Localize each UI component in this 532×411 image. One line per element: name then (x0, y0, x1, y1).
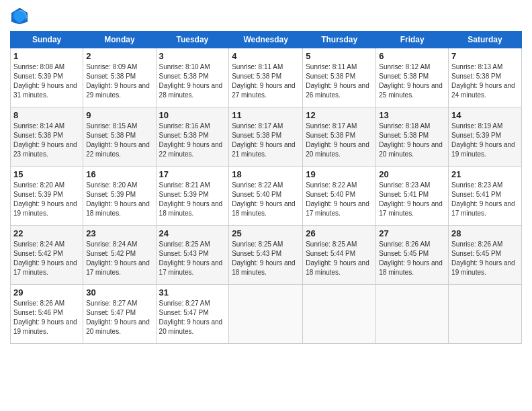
day-info: Sunrise: 8:14 AMSunset: 5:38 PMDaylight:… (13, 122, 77, 158)
day-info: Sunrise: 8:26 AMSunset: 5:45 PMDaylight:… (451, 240, 515, 276)
calendar-cell (303, 285, 376, 344)
day-info: Sunrise: 8:17 AMSunset: 5:38 PMDaylight:… (306, 122, 369, 158)
logo (10, 7, 32, 26)
day-header-sunday: Sunday (11, 32, 83, 48)
day-number: 9 (86, 110, 152, 120)
calendar-row: 8 Sunrise: 8:14 AMSunset: 5:38 PMDayligh… (11, 107, 522, 167)
calendar-cell: 25 Sunrise: 8:25 AMSunset: 5:43 PMDaylig… (229, 226, 303, 285)
calendar-cell (229, 285, 303, 344)
day-number: 21 (451, 169, 519, 179)
day-header-thursday: Thursday (303, 32, 376, 48)
day-info: Sunrise: 8:13 AMSunset: 5:38 PMDaylight:… (451, 63, 515, 99)
calendar-body: 1 Sunrise: 8:08 AMSunset: 5:39 PMDayligh… (11, 48, 522, 344)
calendar-cell: 7 Sunrise: 8:13 AMSunset: 5:38 PMDayligh… (449, 48, 522, 107)
day-info: Sunrise: 8:27 AMSunset: 5:47 PMDaylight:… (159, 300, 223, 335)
day-info: Sunrise: 8:20 AMSunset: 5:39 PMDaylight:… (13, 181, 77, 217)
calendar-cell: 26 Sunrise: 8:25 AMSunset: 5:44 PMDaylig… (303, 226, 376, 285)
day-info: Sunrise: 8:09 AMSunset: 5:38 PMDaylight:… (86, 63, 150, 99)
day-info: Sunrise: 8:20 AMSunset: 5:39 PMDaylight:… (86, 181, 150, 217)
day-info: Sunrise: 8:08 AMSunset: 5:39 PMDaylight:… (13, 63, 77, 99)
day-number: 10 (159, 110, 226, 120)
calendar-row: 29 Sunrise: 8:26 AMSunset: 5:46 PMDaylig… (11, 285, 522, 344)
day-number: 1 (13, 51, 80, 61)
day-header-saturday: Saturday (449, 32, 522, 48)
day-number: 15 (13, 169, 80, 179)
calendar-cell (449, 285, 522, 344)
day-number: 29 (13, 287, 80, 298)
day-info: Sunrise: 8:11 AMSunset: 5:38 PMDaylight:… (232, 63, 296, 99)
day-number: 28 (451, 228, 519, 238)
calendar-cell: 18 Sunrise: 8:22 AMSunset: 5:40 PMDaylig… (229, 167, 303, 226)
day-number: 11 (232, 110, 300, 120)
day-header-friday: Friday (376, 32, 449, 48)
page-container: SundayMondayTuesdayWednesdayThursdayFrid… (0, 0, 532, 351)
logo-icon (10, 7, 29, 26)
day-info: Sunrise: 8:19 AMSunset: 5:39 PMDaylight:… (451, 122, 515, 158)
day-info: Sunrise: 8:15 AMSunset: 5:38 PMDaylight:… (86, 122, 150, 158)
day-number: 7 (451, 51, 519, 61)
day-number: 31 (159, 287, 226, 298)
day-header-monday: Monday (83, 32, 156, 48)
day-number: 20 (379, 169, 445, 179)
calendar-cell: 12 Sunrise: 8:17 AMSunset: 5:38 PMDaylig… (303, 107, 376, 167)
calendar-cell: 27 Sunrise: 8:26 AMSunset: 5:45 PMDaylig… (376, 226, 449, 285)
day-number: 27 (379, 228, 445, 238)
calendar-cell: 2 Sunrise: 8:09 AMSunset: 5:38 PMDayligh… (83, 48, 156, 107)
day-info: Sunrise: 8:17 AMSunset: 5:38 PMDaylight:… (232, 122, 296, 158)
calendar-cell: 20 Sunrise: 8:23 AMSunset: 5:41 PMDaylig… (376, 167, 449, 226)
calendar-table: SundayMondayTuesdayWednesdayThursdayFrid… (10, 31, 522, 344)
day-info: Sunrise: 8:26 AMSunset: 5:46 PMDaylight:… (13, 300, 77, 335)
day-header-tuesday: Tuesday (156, 32, 229, 48)
day-info: Sunrise: 8:16 AMSunset: 5:38 PMDaylight:… (159, 122, 223, 158)
calendar-cell: 3 Sunrise: 8:10 AMSunset: 5:38 PMDayligh… (156, 48, 229, 107)
day-info: Sunrise: 8:27 AMSunset: 5:47 PMDaylight:… (86, 300, 150, 335)
calendar-cell: 4 Sunrise: 8:11 AMSunset: 5:38 PMDayligh… (229, 48, 303, 107)
day-info: Sunrise: 8:11 AMSunset: 5:38 PMDaylight:… (306, 63, 369, 99)
day-info: Sunrise: 8:22 AMSunset: 5:40 PMDaylight:… (232, 181, 296, 217)
calendar-cell: 5 Sunrise: 8:11 AMSunset: 5:38 PMDayligh… (303, 48, 376, 107)
day-info: Sunrise: 8:22 AMSunset: 5:40 PMDaylight:… (306, 181, 369, 217)
calendar-row: 1 Sunrise: 8:08 AMSunset: 5:39 PMDayligh… (11, 48, 522, 107)
calendar-cell: 16 Sunrise: 8:20 AMSunset: 5:39 PMDaylig… (83, 167, 156, 226)
day-number: 30 (86, 287, 152, 298)
day-info: Sunrise: 8:23 AMSunset: 5:41 PMDaylight:… (451, 181, 515, 217)
day-number: 12 (306, 110, 373, 120)
day-header-wednesday: Wednesday (229, 32, 303, 48)
day-number: 19 (306, 169, 373, 179)
day-number: 13 (379, 110, 445, 120)
calendar-cell: 9 Sunrise: 8:15 AMSunset: 5:38 PMDayligh… (83, 107, 156, 167)
day-number: 18 (232, 169, 300, 179)
calendar-header-row: SundayMondayTuesdayWednesdayThursdayFrid… (11, 32, 522, 48)
day-number: 6 (379, 51, 445, 61)
day-number: 4 (232, 51, 300, 61)
day-number: 5 (306, 51, 373, 61)
day-info: Sunrise: 8:25 AMSunset: 5:43 PMDaylight:… (159, 240, 223, 276)
calendar-cell: 19 Sunrise: 8:22 AMSunset: 5:40 PMDaylig… (303, 167, 376, 226)
calendar-cell: 22 Sunrise: 8:24 AMSunset: 5:42 PMDaylig… (11, 226, 83, 285)
calendar-row: 15 Sunrise: 8:20 AMSunset: 5:39 PMDaylig… (11, 167, 522, 226)
calendar-cell: 10 Sunrise: 8:16 AMSunset: 5:38 PMDaylig… (156, 107, 229, 167)
day-number: 26 (306, 228, 373, 238)
calendar-cell: 14 Sunrise: 8:19 AMSunset: 5:39 PMDaylig… (449, 107, 522, 167)
header (10, 7, 522, 26)
calendar-row: 22 Sunrise: 8:24 AMSunset: 5:42 PMDaylig… (11, 226, 522, 285)
calendar-cell: 13 Sunrise: 8:18 AMSunset: 5:38 PMDaylig… (376, 107, 449, 167)
day-number: 3 (159, 51, 226, 61)
calendar-cell: 1 Sunrise: 8:08 AMSunset: 5:39 PMDayligh… (11, 48, 83, 107)
day-number: 17 (159, 169, 226, 179)
calendar-cell: 24 Sunrise: 8:25 AMSunset: 5:43 PMDaylig… (156, 226, 229, 285)
calendar-cell: 31 Sunrise: 8:27 AMSunset: 5:47 PMDaylig… (156, 285, 229, 344)
day-number: 16 (86, 169, 152, 179)
calendar-cell: 6 Sunrise: 8:12 AMSunset: 5:38 PMDayligh… (376, 48, 449, 107)
day-number: 8 (13, 110, 80, 120)
day-number: 25 (232, 228, 300, 238)
day-number: 24 (159, 228, 226, 238)
day-info: Sunrise: 8:23 AMSunset: 5:41 PMDaylight:… (379, 181, 443, 217)
day-info: Sunrise: 8:21 AMSunset: 5:39 PMDaylight:… (159, 181, 223, 217)
day-info: Sunrise: 8:26 AMSunset: 5:45 PMDaylight:… (379, 240, 443, 276)
day-info: Sunrise: 8:10 AMSunset: 5:38 PMDaylight:… (159, 63, 223, 99)
calendar-cell: 21 Sunrise: 8:23 AMSunset: 5:41 PMDaylig… (449, 167, 522, 226)
calendar-cell: 8 Sunrise: 8:14 AMSunset: 5:38 PMDayligh… (11, 107, 83, 167)
calendar-cell: 23 Sunrise: 8:24 AMSunset: 5:42 PMDaylig… (83, 226, 156, 285)
calendar-cell: 29 Sunrise: 8:26 AMSunset: 5:46 PMDaylig… (11, 285, 83, 344)
